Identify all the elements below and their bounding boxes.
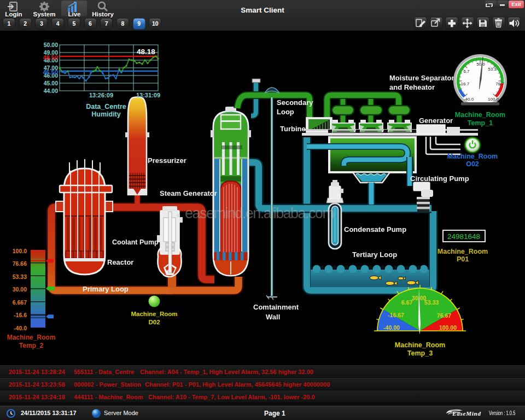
svg-text:Primary Loop: Primary Loop bbox=[83, 285, 129, 293]
svg-text:Temp_2: Temp_2 bbox=[19, 342, 44, 349]
svg-text:easemind.en.alibaba.com: easemind.en.alibaba.com bbox=[185, 205, 335, 221]
svg-text:Wall: Wall bbox=[266, 313, 280, 321]
svg-text:-40.00: -40.00 bbox=[383, 324, 400, 331]
svg-text:Machine_Room: Machine_Room bbox=[447, 153, 498, 160]
svg-text:Machine_Room: Machine_Room bbox=[438, 248, 488, 255]
svg-text:Generator: Generator bbox=[419, 116, 453, 125]
svg-text:76.67: 76.67 bbox=[437, 312, 451, 319]
svg-text:Data_Centre: Data_Centre bbox=[86, 103, 126, 110]
svg-text:76.66: 76.66 bbox=[13, 260, 27, 267]
svg-text:-16.67: -16.67 bbox=[388, 312, 404, 318]
svg-text:53.33: 53.33 bbox=[424, 299, 439, 306]
svg-text:Machine_Room: Machine_Room bbox=[455, 111, 505, 119]
svg-text:Secondary: Secondary bbox=[277, 98, 313, 107]
svg-text:46.50: 46.50 bbox=[43, 69, 58, 75]
svg-text:100.00: 100.00 bbox=[439, 324, 457, 331]
svg-text:Temp_1: Temp_1 bbox=[468, 119, 493, 127]
svg-text:44.00: 44.00 bbox=[44, 88, 58, 94]
svg-text:53.33: 53.33 bbox=[13, 273, 27, 280]
svg-text:-16.7: -16.7 bbox=[459, 81, 470, 86]
svg-text:100.0: 100.0 bbox=[488, 97, 499, 102]
svg-text:50.00: 50.00 bbox=[44, 42, 58, 48]
svg-text:45.00: 45.00 bbox=[44, 80, 58, 86]
svg-text:-40.0: -40.0 bbox=[14, 325, 27, 331]
svg-text:Humidity: Humidity bbox=[91, 110, 121, 118]
svg-text:Circulating Pump: Circulating Pump bbox=[410, 174, 469, 183]
svg-text:53.3: 53.3 bbox=[488, 67, 497, 72]
svg-text:30.00: 30.00 bbox=[13, 286, 27, 293]
svg-text:76.7: 76.7 bbox=[495, 81, 504, 86]
svg-text:48.18: 48.18 bbox=[137, 48, 155, 56]
svg-text:Temp_3: Temp_3 bbox=[407, 349, 433, 357]
svg-text:EaseMind: EaseMind bbox=[452, 410, 481, 417]
svg-text:Machine_Room: Machine_Room bbox=[7, 334, 56, 341]
svg-text:6.67: 6.67 bbox=[401, 299, 413, 306]
svg-text:Pressurizer: Pressurizer bbox=[148, 156, 186, 165]
svg-text:Tertiary Loop: Tertiary Loop bbox=[352, 250, 397, 259]
svg-text:50.0: 50.0 bbox=[476, 62, 485, 67]
svg-text:and Reheator: and Reheator bbox=[389, 83, 435, 91]
svg-text:Moisture Separator: Moisture Separator bbox=[389, 74, 454, 82]
svg-text:Machine_Room: Machine_Room bbox=[131, 311, 178, 317]
svg-text:O02: O02 bbox=[466, 160, 479, 168]
svg-text:Loop: Loop bbox=[277, 108, 294, 116]
svg-text:P01: P01 bbox=[457, 255, 469, 263]
svg-text:-16.6: -16.6 bbox=[14, 312, 27, 318]
svg-text:-40.0: -40.0 bbox=[464, 97, 474, 102]
svg-text:6.7: 6.7 bbox=[463, 69, 470, 74]
svg-text:Turbine: Turbine bbox=[280, 125, 306, 133]
svg-text:Steam Generator: Steam Generator bbox=[160, 189, 217, 197]
svg-text:Reactor: Reactor bbox=[107, 258, 133, 266]
svg-text:24981648: 24981648 bbox=[447, 232, 480, 241]
svg-text:Condensate Pump: Condensate Pump bbox=[344, 225, 406, 234]
svg-text:Comtainment: Comtainment bbox=[253, 303, 299, 311]
svg-text:48.50: 48.50 bbox=[43, 54, 58, 61]
svg-text:D02: D02 bbox=[148, 319, 160, 325]
svg-text:6.667: 6.667 bbox=[13, 299, 27, 306]
svg-text:100.0: 100.0 bbox=[13, 248, 27, 254]
svg-text:13:31:09: 13:31:09 bbox=[136, 92, 160, 98]
svg-text:13:26:09: 13:26:09 bbox=[89, 92, 113, 98]
svg-text:Coolant Pump: Coolant Pump bbox=[112, 238, 159, 246]
svg-text:Machine_Room: Machine_Room bbox=[395, 341, 445, 349]
